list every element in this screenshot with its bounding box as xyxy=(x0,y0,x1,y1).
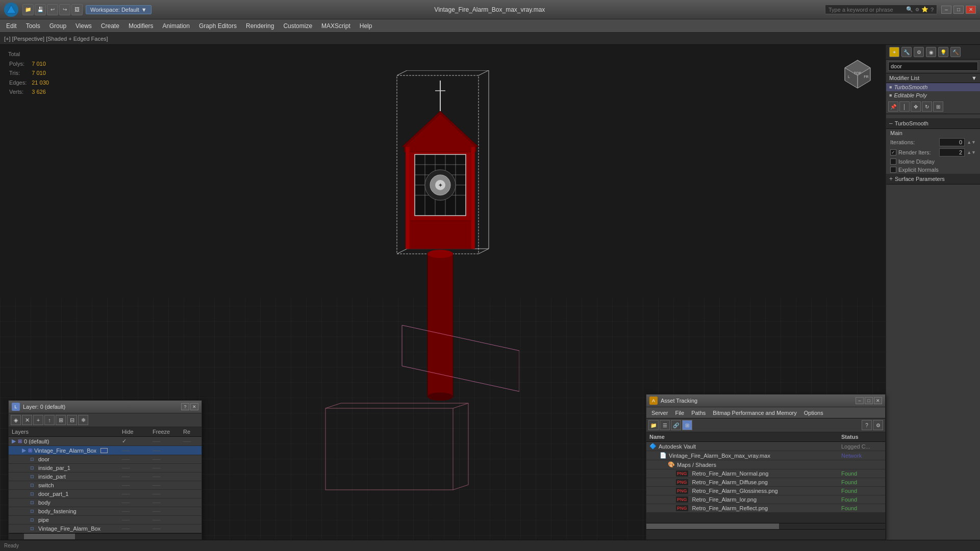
menu-animation[interactable]: Animation xyxy=(159,21,194,31)
new-file-icon[interactable]: 📁 xyxy=(22,4,34,15)
menu-modifiers[interactable]: Modifiers xyxy=(124,21,158,31)
asset-row-glossiness[interactable]: PNG Retro_Fire_Alarm_Glossiness.png Foun… xyxy=(646,487,885,495)
asset-row-ior[interactable]: PNG Retro_Fire_Alarm_Ior.png Found xyxy=(646,495,885,504)
layer-row-inside-par-1[interactable]: ⊡ inside_par_1 ── ── xyxy=(9,464,202,473)
asset-menu-paths[interactable]: Paths xyxy=(688,409,709,417)
rotate-icon[interactable]: ↻ xyxy=(922,101,932,112)
minimize-button[interactable]: – xyxy=(941,6,951,14)
menu-graph-editors[interactable]: Graph Editors xyxy=(195,21,241,31)
display-icon[interactable]: 💡 xyxy=(938,47,948,57)
create-icon[interactable]: ✦ xyxy=(889,47,899,57)
search-options-icon[interactable]: ⚙ xyxy=(915,7,919,12)
asset-menu-file[interactable]: File xyxy=(672,409,687,417)
asset-menu-bitmap[interactable]: Bitmap Performance and Memory xyxy=(710,409,799,417)
more-icon[interactable]: ⊞ xyxy=(933,101,943,112)
asset-row-reflect[interactable]: PNG Retro_Fire_Alarm_Reflect.png Found xyxy=(646,504,885,513)
menu-rendering[interactable]: Rendering xyxy=(242,21,278,31)
asset-tool-4[interactable]: ⊞ xyxy=(682,420,692,430)
isoline-checkbox[interactable] xyxy=(890,159,896,165)
bookmark-icon[interactable]: ⭐ xyxy=(921,6,928,13)
layer-row-body-fastening[interactable]: ⊡ body_fastening ── ── xyxy=(9,507,202,516)
menu-customize[interactable]: Customize xyxy=(279,21,316,31)
redo-icon[interactable]: ↪ xyxy=(59,4,70,15)
modifier-turbosmooth[interactable]: ■ TurboSmooth xyxy=(886,83,980,91)
search-input[interactable] xyxy=(828,7,904,13)
asset-tool-1[interactable]: 📁 xyxy=(648,420,659,430)
surface-params-section[interactable]: + Surface Parameters xyxy=(886,174,980,185)
menu-help[interactable]: Help xyxy=(356,21,376,31)
layer-tool-add[interactable]: + xyxy=(33,415,43,425)
menu-edit[interactable]: Edit xyxy=(2,21,21,31)
layer-row-door[interactable]: ⊡ door ── ── xyxy=(9,455,202,464)
layer-panel-close[interactable]: ✕ xyxy=(190,403,198,410)
asset-panel-restore[interactable]: □ xyxy=(865,397,873,404)
modify-icon[interactable]: 🔧 xyxy=(901,47,912,57)
modifier-list-dropdown[interactable]: ▼ xyxy=(971,75,977,81)
menu-views[interactable]: Views xyxy=(71,21,96,31)
layer-panel-scrollbar[interactable] xyxy=(9,533,202,539)
layer-row-inside-part[interactable]: ⊡ inside_part ── ── xyxy=(9,473,202,481)
workspace-button[interactable]: Workspace: Default ▼ xyxy=(86,5,152,14)
menu-group[interactable]: Group xyxy=(45,21,70,31)
save-icon[interactable]: 💾 xyxy=(35,4,46,15)
help-icon[interactable]: ? xyxy=(931,7,934,13)
asset-row-diffuse[interactable]: PNG Retro_Fire_Alarm_Diffuse.png Found xyxy=(646,478,885,487)
asset-row-maps-shaders[interactable]: 🎨 Maps / Shaders xyxy=(646,460,885,469)
restore-button[interactable]: □ xyxy=(953,6,964,14)
asset-panel-minimize[interactable]: – xyxy=(856,397,864,404)
asset-menu-options[interactable]: Options xyxy=(801,409,826,417)
layer-row-switch[interactable]: ⊡ switch ── ── xyxy=(9,481,202,490)
layer-tool-expand[interactable]: ⊞ xyxy=(56,415,66,425)
explicit-normals-checkbox[interactable] xyxy=(890,167,896,173)
layer-row-pipe[interactable]: ⊡ pipe ── ── xyxy=(9,516,202,524)
png-icon: PNG xyxy=(676,470,688,477)
viewport-cube[interactable]: TOP FR L xyxy=(840,55,875,91)
asset-tool-3[interactable]: 🔗 xyxy=(671,420,681,430)
iterations-input[interactable] xyxy=(939,138,965,146)
asset-row-autodesk-vault[interactable]: 🔷 Autodesk Vault Logged C... xyxy=(646,442,885,451)
asset-panel-icon: A xyxy=(649,397,658,405)
layer-row-body[interactable]: ⊡ body ── ── xyxy=(9,498,202,507)
turbosmooth-section[interactable]: – TurboSmooth xyxy=(886,118,980,129)
motion-icon[interactable]: ◉ xyxy=(926,47,936,57)
hierarchy-icon[interactable]: ⚙ xyxy=(914,47,924,57)
menu-tools[interactable]: Tools xyxy=(22,21,44,31)
render-iters-input[interactable] xyxy=(939,148,965,156)
asset-scrollbar-thumb[interactable] xyxy=(646,523,779,529)
layer-row-vintage-obj[interactable]: ⊡ Vintage_Fire_Alarm_Box ── ── xyxy=(9,524,202,533)
iterations-spinner[interactable]: ▲▼ xyxy=(967,140,976,145)
render-iters-spinner[interactable]: ▲▼ xyxy=(967,150,976,155)
asset-row-normal[interactable]: PNG Retro_Fire_Alarm_Normal.png Found xyxy=(646,469,885,478)
close-button[interactable]: ✕ xyxy=(966,6,976,14)
layer-tool-freeze[interactable]: ❄ xyxy=(78,415,88,425)
layer-row-vintage-fire-alarm-box[interactable]: ▶ ⊞ Vintage_Fire_Alarm_Box ── ── xyxy=(9,446,202,455)
select-icon[interactable]: │ xyxy=(899,101,910,112)
render-icon[interactable]: 🖼 xyxy=(71,4,83,15)
layer-tool-select[interactable]: ◈ xyxy=(11,415,21,425)
asset-tool-settings[interactable]: ⚙ xyxy=(873,420,883,430)
move-icon[interactable]: ✥ xyxy=(911,101,921,112)
asset-panel-close[interactable]: ✕ xyxy=(874,397,882,404)
layer-tool-delete[interactable]: ✕ xyxy=(22,415,32,425)
asset-tool-2[interactable]: ☰ xyxy=(660,420,670,430)
undo-icon[interactable]: ↩ xyxy=(47,4,58,15)
menu-maxscript[interactable]: MAXScript xyxy=(317,21,355,31)
layer-row-door-part-1[interactable]: ⊡ door_part_1 ── ── xyxy=(9,490,202,498)
layer-tool-move[interactable]: ↑ xyxy=(44,415,55,425)
asset-tool-help[interactable]: ? xyxy=(862,420,872,430)
layer-panel-question[interactable]: ? xyxy=(181,403,189,410)
layer-row-0-default[interactable]: ▶ ⊞ 0 (default) ✓ ── ── xyxy=(9,437,202,446)
modifier-input[interactable] xyxy=(888,62,978,71)
asset-row-max-file[interactable]: 📄 Vintage_Fire_Alarm_Box_max_vray.max Ne… xyxy=(646,451,885,460)
modifier-list-header[interactable]: Modifier List ▼ xyxy=(886,73,980,83)
layer-tool-collapse[interactable]: ⊟ xyxy=(67,415,77,425)
utilities-icon[interactable]: 🔨 xyxy=(950,47,961,57)
asset-menu-server[interactable]: Server xyxy=(648,409,671,417)
render-iters-checkbox[interactable] xyxy=(890,149,896,155)
search-icon[interactable]: 🔍 xyxy=(906,6,913,13)
modifier-editable-poly[interactable]: ■ Editable Poly xyxy=(886,91,980,99)
asset-scrollbar[interactable] xyxy=(646,523,885,529)
pin-stack-icon[interactable]: 📌 xyxy=(888,101,898,112)
layer-scrollbar-thumb[interactable] xyxy=(24,534,75,539)
menu-create[interactable]: Create xyxy=(97,21,123,31)
